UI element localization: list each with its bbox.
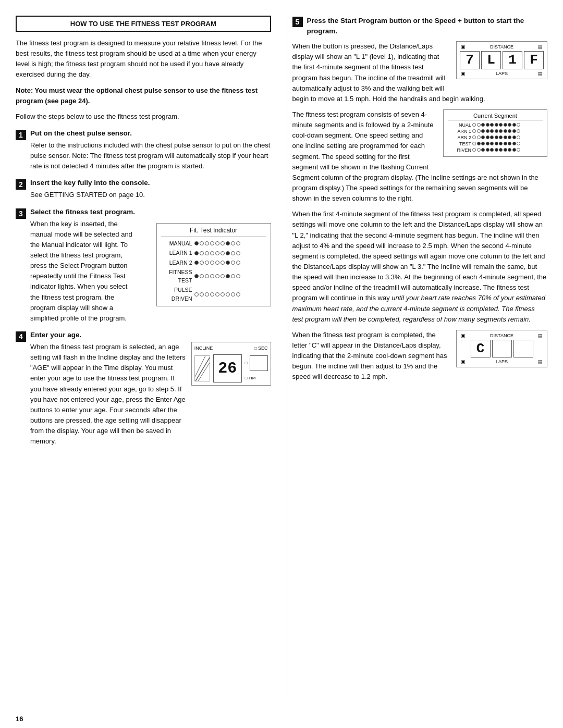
dist-char-2: L [481,51,501,69]
sdot [508,142,511,145]
step-5-para3-regular: When the first 4-minute segment of the f… [292,210,547,302]
seg-row-test: TEST [448,141,543,146]
sdot [472,129,476,133]
sdot [499,129,503,133]
sdot [499,148,503,152]
right-column: 5 Press the Start Program button or the … [287,16,548,699]
dot [226,292,230,297]
fit-label-fitness: FITNESS TEST [161,268,192,285]
cooldown-char-1: C [471,340,491,358]
dot [231,261,235,265]
dist-top-row: ▣ DISTANCE ▤ [461,44,543,50]
step-3: 3 Select the fitness test program. When … [16,208,271,324]
sdot [481,123,485,127]
dist-char-3: 1 [503,51,522,69]
sdot [477,148,481,152]
step-2-title: Insert the key fully into the console. [30,179,271,187]
dot [236,241,240,245]
step-5-para4-block: ▣ DISTANCE ▤ C ▣ LAPS ▤ When the fitness… [292,330,548,388]
dot [236,261,240,265]
seg-dots-arn2 [472,135,520,139]
svg-line-2 [198,361,210,381]
sdot [504,148,507,152]
step-1-title: Put on the chest pulse sensor. [30,129,271,137]
sdot [472,148,476,152]
sdot [490,129,494,133]
laps-row: ▣ LAPS ▤ [461,71,543,76]
sdot [495,135,498,139]
fit-row-learn2: LEARN 2 [161,258,266,267]
dot [205,241,209,245]
dot [194,274,199,278]
dot [215,274,219,278]
step-4-number: 4 [16,331,26,342]
cooldown-arrow-right: ▤ [538,333,543,338]
sdot [517,142,520,145]
dot [205,274,209,278]
sdot [512,135,516,139]
dot [205,251,209,255]
fit-row-manual: MANUAL [161,239,266,248]
dist-char-1: 7 [460,51,480,69]
step-2-body: See GETTING STARTED on page 10. [30,190,271,200]
sdot [517,123,520,127]
step-2-number: 2 [16,179,26,190]
sdot [481,135,485,139]
seg-dots-nual [472,123,520,127]
dot [231,274,235,278]
sdot [512,123,516,127]
sdot [490,148,494,152]
step-1-content: Put on the chest pulse sensor. Refer to … [30,129,271,171]
dot [226,251,230,255]
seg-label-riven: RIVEN [448,147,471,153]
step-4-body: When the fitness test program is selecte… [30,342,271,447]
cooldown-laps-row: ▣ LAPS ▤ [461,359,543,364]
step-3-body-text: When the key is inserted, the manual mod… [30,219,137,324]
cooldown-arrow-left: ▣ [461,333,466,338]
left-column: HOW TO USE THE FITNESS TEST PROGRAM The … [16,16,276,699]
cooldown-laps-label: LAPS [496,359,508,364]
fit-label-learn2: LEARN 2 [161,258,192,267]
dot [236,292,240,297]
sdot [495,123,498,127]
dot [236,274,240,278]
dot [210,241,214,245]
sdot [481,148,485,152]
sdot [512,129,516,133]
page-number: 16 [0,710,563,728]
seg-row-arn1: ARN 1 [448,129,543,134]
seg-dots-arn1 [472,129,520,133]
sdot [504,129,507,133]
sdot [490,142,494,145]
cooldown-laps-arrow-right: ▤ [538,359,543,364]
step-1: 1 Put on the chest pulse sensor. Refer t… [16,129,271,171]
follow-text: Follow the steps below to use the fitnes… [16,112,271,122]
sdot [495,129,498,133]
cooldown-top-row: ▣ DISTANCE ▤ [461,333,543,338]
dot [226,274,230,278]
dot [221,241,225,245]
step-5-para3: When the first 4-minute segment of the f… [292,209,548,325]
seg-dots-test [472,142,520,145]
sdot [504,142,507,145]
small-disp-row: □ [245,355,268,371]
sdot [508,148,511,152]
seg-label-arn2: ARN 2 [448,135,471,140]
incline-main-row: 26 □ □ TIM [194,354,268,383]
laps-arrow-left: ▣ [461,71,466,76]
cooldown-display: ▣ DISTANCE ▤ C ▣ LAPS ▤ [456,330,547,368]
step-4-title: Enter your age. [30,331,271,339]
cooldown-display-row: C [461,340,543,358]
incline-label: INCLINE [194,345,213,352]
step-5-para2-block: Current Segment NUAL [292,109,548,209]
step-3-number: 3 [16,208,26,219]
sdot [495,142,498,145]
small-display-box [250,355,268,371]
dot [231,292,235,297]
sdot [499,135,503,139]
dot [231,241,235,245]
cooldown-char-2 [492,340,512,358]
fit-row-fitness: FITNESS TEST [161,268,266,285]
laps-arrow-right: ▤ [538,71,543,76]
fit-row-learn1: LEARN 1 [161,249,266,257]
